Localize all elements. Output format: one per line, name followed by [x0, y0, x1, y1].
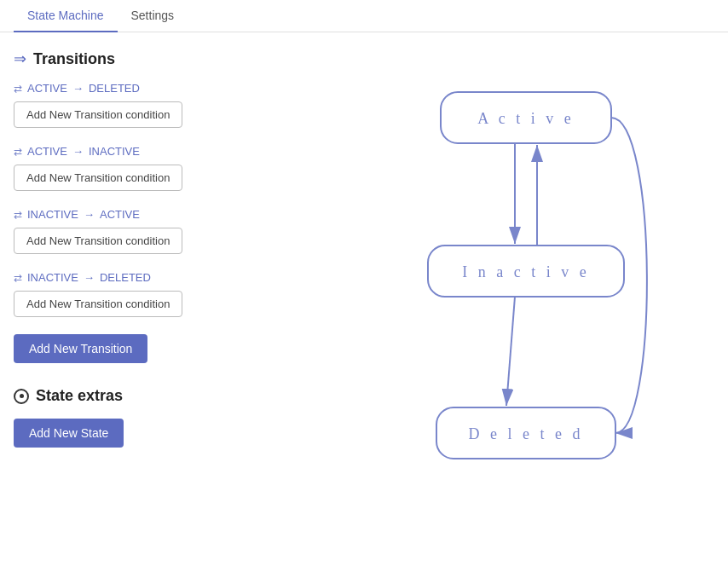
- transitions-section-header: ⇒ Transitions: [14, 49, 338, 68]
- transition-group-inactive-active: ⇄ INACTIVE → ACTIVE Add New Transition c…: [14, 208, 338, 254]
- transition-arrow-3: →: [84, 208, 95, 221]
- right-panel: A c t i v e I n a c t i v e D e l e t e …: [338, 49, 714, 527]
- main-layout: ⇒ Transitions ⇄ ACTIVE → DELETED Add New…: [0, 32, 728, 544]
- transitions-icon: ⇒: [14, 49, 26, 68]
- tab-settings[interactable]: Settings: [118, 0, 188, 32]
- add-transition-condition-btn-1[interactable]: Add New Transition condition: [14, 101, 182, 128]
- add-new-transition-button[interactable]: Add New Transition: [14, 334, 147, 363]
- arrow-inactive-to-deleted: [506, 297, 515, 406]
- state-machine-diagram: A c t i v e I n a c t i v e D e l e t e …: [377, 66, 675, 510]
- transition-to-3: ACTIVE: [100, 208, 140, 221]
- add-new-state-button[interactable]: Add New State: [14, 419, 124, 448]
- transition-swap-icon-3: ⇄: [14, 209, 22, 221]
- transition-label-active-inactive[interactable]: ⇄ ACTIVE → INACTIVE: [14, 145, 338, 158]
- transition-swap-icon-2: ⇄: [14, 146, 22, 158]
- add-transition-condition-btn-2[interactable]: Add New Transition condition: [14, 165, 182, 191]
- transition-from-2: ACTIVE: [27, 145, 67, 158]
- transition-arrow-4: →: [84, 271, 95, 284]
- deleted-state-label: D e l e t e d: [469, 425, 584, 442]
- transition-group-active-inactive: ⇄ ACTIVE → INACTIVE Add New Transition c…: [14, 145, 338, 191]
- left-panel: ⇒ Transitions ⇄ ACTIVE → DELETED Add New…: [14, 49, 338, 527]
- state-extras-icon: [14, 389, 29, 404]
- tabs-bar: State Machine Settings: [0, 0, 728, 32]
- transition-to-4: DELETED: [100, 271, 151, 284]
- transitions-title: Transitions: [33, 50, 115, 68]
- transition-from-1: ACTIVE: [27, 82, 67, 95]
- add-transition-condition-btn-3[interactable]: Add New Transition condition: [14, 228, 182, 254]
- active-state-label: A c t i v e: [477, 110, 575, 127]
- transition-from-4: INACTIVE: [27, 271, 78, 284]
- transition-swap-icon-1: ⇄: [14, 83, 22, 95]
- transition-to-2: INACTIVE: [89, 145, 140, 158]
- transition-arrow-2: →: [72, 145, 84, 158]
- transition-group-inactive-deleted: ⇄ INACTIVE → DELETED Add New Transition …: [14, 271, 338, 317]
- transition-swap-icon-4: ⇄: [14, 272, 22, 284]
- transition-label-inactive-active[interactable]: ⇄ INACTIVE → ACTIVE: [14, 208, 338, 221]
- transition-from-3: INACTIVE: [27, 208, 78, 221]
- transition-arrow-1: →: [72, 82, 84, 95]
- transition-label-active-deleted[interactable]: ⇄ ACTIVE → DELETED: [14, 82, 338, 95]
- state-extras-title: State extras: [36, 387, 123, 405]
- inactive-state-label: I n a c t i v e: [462, 263, 589, 280]
- add-transition-condition-btn-4[interactable]: Add New Transition condition: [14, 291, 182, 317]
- state-extras-header: State extras: [14, 387, 338, 405]
- state-extras-section: State extras Add New State: [14, 387, 338, 448]
- transition-label-inactive-deleted[interactable]: ⇄ INACTIVE → DELETED: [14, 271, 338, 284]
- tab-state-machine[interactable]: State Machine: [14, 0, 118, 32]
- transition-to-1: DELETED: [89, 82, 140, 95]
- transition-group-active-deleted: ⇄ ACTIVE → DELETED Add New Transition co…: [14, 82, 338, 128]
